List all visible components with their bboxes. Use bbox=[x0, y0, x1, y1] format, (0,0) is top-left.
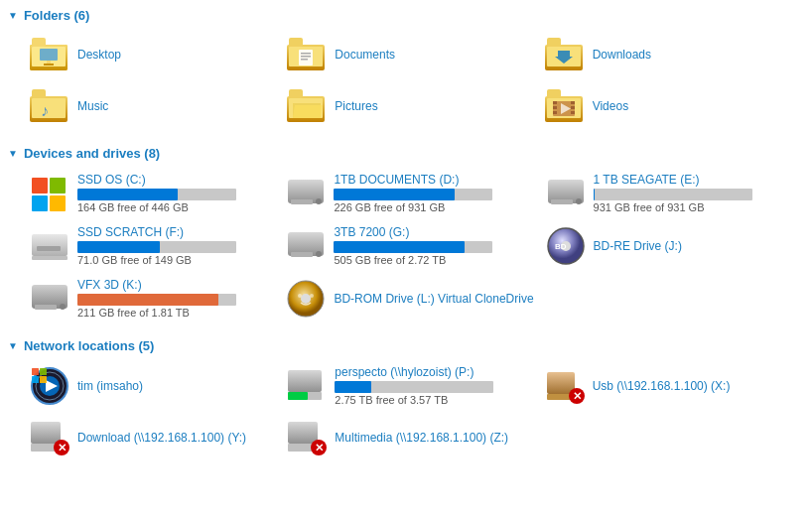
drives-arrow: ▼ bbox=[8, 148, 18, 159]
drive-c-label: SSD OS (C:) bbox=[77, 173, 236, 187]
drives-title: Devices and drives (8) bbox=[24, 146, 160, 161]
drive-f-label: SSD SCRATCH (F:) bbox=[77, 225, 236, 239]
folder-pictures[interactable]: Pictures bbox=[281, 82, 538, 130]
svg-rect-80 bbox=[31, 422, 61, 444]
folder-music-label: Music bbox=[77, 99, 108, 113]
drive-g-meta: 505 GB free of 2.72 TB bbox=[334, 254, 492, 266]
folder-music-icon: ♪ bbox=[30, 86, 69, 126]
network-x-icon: ✕ bbox=[545, 366, 585, 406]
drive-k-meta: 211 GB free of 1.81 TB bbox=[77, 307, 236, 319]
drive-f[interactable]: SSD SCRATCH (F:) 71.0 GB free of 149 GB bbox=[24, 221, 280, 270]
drive-c-meta: 164 GB free of 446 GB bbox=[77, 201, 236, 213]
svg-rect-73 bbox=[288, 370, 322, 392]
folders-arrow: ▼ bbox=[8, 10, 18, 21]
drive-g-progress-bg bbox=[334, 241, 492, 253]
svg-text:✕: ✕ bbox=[573, 390, 582, 402]
svg-rect-23 bbox=[289, 89, 303, 98]
svg-rect-47 bbox=[37, 246, 61, 251]
folder-downloads-icon bbox=[545, 35, 585, 74]
drive-l-label: BD-ROM Drive (L:) Virtual CloneDrive bbox=[334, 292, 533, 306]
drive-d-icon bbox=[286, 174, 326, 213]
drive-d-meta: 226 GB free of 931 GB bbox=[334, 201, 492, 213]
folder-videos-icon bbox=[545, 86, 585, 126]
network-z[interactable]: ✕ Multimedia (\\192.168.1.100) (Z:) bbox=[281, 414, 538, 461]
svg-point-45 bbox=[576, 198, 582, 204]
network-x-label: Usb (\\192.168.1.100) (X:) bbox=[593, 379, 731, 393]
folder-documents[interactable]: Documents bbox=[281, 31, 538, 78]
svg-rect-41 bbox=[291, 199, 313, 204]
svg-point-62 bbox=[298, 294, 302, 298]
svg-rect-6 bbox=[44, 64, 54, 65]
network-y[interactable]: ✕ Download (\\192.168.1.100) (Y:) bbox=[24, 414, 281, 461]
svg-rect-31 bbox=[553, 111, 557, 114]
drive-l[interactable]: BD-ROM Drive (L:) Virtual CloneDrive bbox=[280, 274, 539, 323]
folder-videos[interactable]: Videos bbox=[539, 82, 796, 130]
drive-k[interactable]: VFX 3D (K:) 211 GB free of 1.81 TB bbox=[24, 274, 280, 323]
network-tim-info: tim (imsaho) bbox=[77, 379, 143, 393]
network-tim[interactable]: tim (imsaho) bbox=[24, 361, 281, 410]
drive-j[interactable]: BD BD-RE Drive (J:) bbox=[540, 221, 796, 270]
folder-downloads-label: Downloads bbox=[593, 48, 651, 62]
folder-documents-label: Documents bbox=[335, 48, 395, 62]
folder-pictures-info: Pictures bbox=[335, 99, 377, 113]
drive-e-progress-bg bbox=[594, 189, 752, 200]
svg-rect-29 bbox=[553, 101, 557, 104]
folders-title: Folders (6) bbox=[24, 8, 89, 23]
folder-desktop-icon bbox=[30, 35, 69, 74]
svg-rect-20 bbox=[32, 98, 66, 118]
svg-rect-10 bbox=[299, 50, 313, 65]
network-x-info: Usb (\\192.168.1.100) (X:) bbox=[593, 379, 731, 393]
svg-rect-15 bbox=[547, 38, 561, 47]
svg-rect-75 bbox=[288, 392, 308, 400]
svg-rect-32 bbox=[571, 101, 575, 104]
network-p-label: perspecto (\\hylozoist) (P:) bbox=[335, 365, 493, 379]
drive-f-info: SSD SCRATCH (F:) 71.0 GB free of 149 GB bbox=[77, 225, 236, 266]
network-y-info: Download (\\192.168.1.100) (Y:) bbox=[77, 431, 246, 445]
folder-documents-icon bbox=[287, 35, 327, 74]
folder-pictures-label: Pictures bbox=[335, 99, 377, 113]
drive-k-progress-bg bbox=[77, 294, 236, 306]
drive-j-info: BD-RE Drive (J:) bbox=[594, 239, 682, 253]
folder-desktop-label: Desktop bbox=[77, 48, 121, 62]
network-x[interactable]: ✕ Usb (\\192.168.1.100) (X:) bbox=[539, 361, 796, 410]
network-title: Network locations (5) bbox=[24, 338, 154, 353]
svg-text:BD: BD bbox=[555, 242, 567, 251]
drive-c-icon bbox=[30, 174, 69, 213]
drive-c[interactable]: SSD OS (C:) 164 GB free of 446 GB bbox=[24, 169, 280, 217]
svg-rect-30 bbox=[553, 106, 557, 109]
drive-e[interactable]: 1 TB SEAGATE (E:) 931 GB free of 931 GB bbox=[540, 169, 796, 217]
svg-point-42 bbox=[316, 198, 322, 204]
folder-pictures-icon bbox=[287, 86, 327, 126]
svg-rect-57 bbox=[35, 305, 57, 310]
svg-rect-5 bbox=[47, 61, 51, 64]
svg-point-63 bbox=[310, 294, 314, 298]
svg-rect-84 bbox=[288, 422, 318, 444]
network-p-info: perspecto (\\hylozoist) (P:) 2.75 TB fre… bbox=[335, 365, 493, 406]
folder-documents-info: Documents bbox=[335, 48, 395, 62]
drive-g[interactable]: 3TB 7200 (G:) 505 GB free of 2.72 TB bbox=[280, 221, 539, 270]
drive-f-meta: 71.0 GB free of 149 GB bbox=[77, 254, 236, 266]
svg-text:✕: ✕ bbox=[58, 442, 67, 453]
drive-d[interactable]: 1TB DOCUMENTS (D:) 226 GB free of 931 GB bbox=[280, 169, 539, 217]
svg-rect-50 bbox=[291, 252, 313, 257]
drive-c-progress-bg bbox=[77, 189, 236, 200]
svg-rect-37 bbox=[50, 178, 66, 194]
network-arrow: ▼ bbox=[8, 340, 18, 351]
folder-music[interactable]: ♪ Music bbox=[24, 82, 281, 130]
network-p[interactable]: perspecto (\\hylozoist) (P:) 2.75 TB fre… bbox=[281, 361, 538, 410]
network-p-meta: 2.75 TB free of 3.57 TB bbox=[335, 394, 493, 406]
svg-rect-76 bbox=[547, 372, 575, 394]
svg-rect-4 bbox=[40, 49, 58, 61]
drives-section: ▼ Devices and drives (8) SSD OS (C:) 164 bbox=[0, 138, 812, 330]
svg-rect-12 bbox=[301, 56, 311, 58]
network-p-icon bbox=[287, 366, 327, 406]
network-z-label: Multimedia (\\192.168.1.100) (Z:) bbox=[335, 431, 508, 445]
drive-j-label: BD-RE Drive (J:) bbox=[594, 239, 682, 253]
folder-desktop[interactable]: Desktop bbox=[24, 31, 281, 78]
network-tim-label: tim (imsaho) bbox=[77, 379, 143, 393]
drive-e-meta: 931 GB free of 931 GB bbox=[594, 201, 752, 213]
folder-downloads[interactable]: Downloads bbox=[539, 31, 796, 78]
svg-rect-46 bbox=[32, 234, 68, 256]
drive-g-progress-fill bbox=[334, 241, 464, 253]
drive-k-progress-fill bbox=[77, 294, 218, 306]
